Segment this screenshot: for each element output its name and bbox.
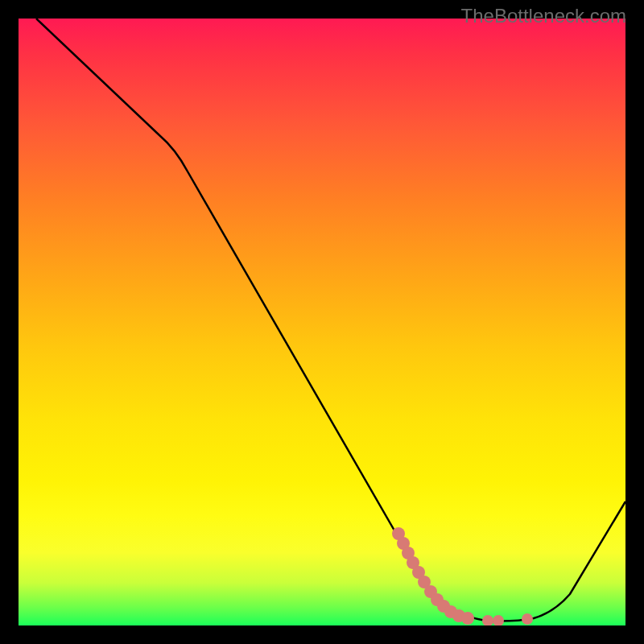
svg-point-11 [461,612,474,625]
highlight-band [392,527,533,625]
svg-point-12 [482,615,493,625]
svg-point-13 [493,615,504,625]
watermark-text: TheBottleneck.com [461,5,626,27]
main-curve-line [36,19,625,621]
chart-plot-area [19,19,625,625]
chart-svg [19,19,625,625]
svg-point-14 [522,613,533,625]
